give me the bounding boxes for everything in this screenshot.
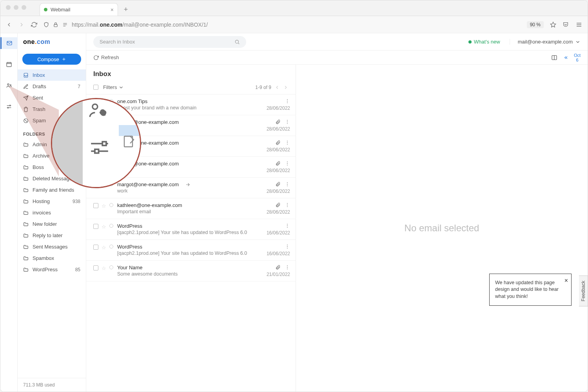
svg-point-15 — [287, 123, 288, 124]
folder-spambox[interactable]: Spambox — [18, 252, 86, 264]
unread-icon[interactable] — [109, 265, 113, 269]
msg-menu[interactable] — [285, 181, 290, 187]
folder-sent[interactable]: Sent — [18, 92, 86, 103]
msg-subject: work — [117, 188, 255, 194]
msg-subject: [qacph2.1prod.one] Your site has updated… — [117, 230, 255, 235]
rail-mail[interactable] — [0, 37, 18, 49]
svg-point-23 — [287, 184, 288, 185]
menu-icon[interactable] — [576, 22, 582, 28]
tab-close-icon[interactable]: × — [111, 7, 114, 13]
list-title: Inbox — [93, 70, 289, 78]
window-minimize[interactable] — [14, 5, 18, 10]
svg-point-25 — [287, 203, 288, 204]
folder-new-folder[interactable]: New folder — [18, 218, 86, 230]
msg-menu[interactable] — [285, 265, 290, 270]
folder-hosting[interactable]: Hosting938 — [18, 196, 86, 207]
attachment-icon — [275, 140, 281, 145]
account-menu[interactable]: mail@one-example.com — [510, 39, 581, 45]
unread-icon[interactable] — [109, 245, 113, 249]
address-bar[interactable]: https://mail.one.com/mail@one-example.co… — [44, 22, 521, 28]
search-input[interactable]: Search in Inbox — [93, 36, 246, 48]
msg-menu[interactable] — [285, 244, 290, 249]
msg-menu[interactable] — [285, 140, 290, 145]
bookmark-icon[interactable] — [550, 22, 556, 28]
folder-sent-messages[interactable]: Sent Messages — [18, 241, 86, 252]
rail-calendar[interactable] — [0, 58, 18, 70]
shield-icon — [44, 22, 49, 27]
rail-contacts[interactable] — [0, 80, 18, 91]
msg-checkbox[interactable] — [93, 224, 98, 229]
attachment-icon — [275, 161, 281, 166]
message-row[interactable]: ☆Your NameSome awesome documents21/01/20… — [86, 261, 296, 281]
message-row[interactable]: ☆kathleen@one-example.comImportant email… — [86, 198, 296, 219]
svg-point-19 — [287, 162, 288, 162]
reload-button[interactable] — [31, 22, 37, 28]
svg-point-11 — [287, 101, 288, 102]
chevron-down-icon — [575, 39, 581, 45]
attachment-icon — [275, 181, 281, 187]
feedback-close[interactable]: × — [564, 276, 568, 285]
msg-menu[interactable] — [285, 98, 290, 104]
svg-point-21 — [287, 165, 288, 165]
svg-point-22 — [287, 182, 288, 183]
app-header: Search in Inbox What's new mail@one-exam… — [86, 33, 588, 51]
date-pill[interactable]: Oct6 — [574, 53, 581, 62]
browser-tab[interactable]: Webmail × — [40, 3, 118, 16]
folder-reply-to-later[interactable]: Reply to later — [18, 230, 86, 241]
attachment-icon — [275, 202, 281, 208]
svg-rect-42 — [95, 149, 99, 153]
window-maximize[interactable] — [22, 5, 26, 10]
list-toolbar: Refresh Oct6 — [86, 51, 588, 65]
whats-new-link[interactable]: What's new — [468, 39, 500, 45]
pocket-icon[interactable] — [563, 22, 569, 28]
pager-prev[interactable] — [274, 85, 280, 90]
folder-wordpress[interactable]: WordPress85 — [18, 264, 86, 275]
window-close[interactable] — [6, 5, 11, 10]
star-icon[interactable]: ☆ — [102, 265, 106, 271]
msg-checkbox[interactable] — [93, 265, 98, 270]
forward-icon — [185, 182, 191, 187]
star-icon[interactable]: ☆ — [102, 224, 106, 230]
filters-dropdown[interactable]: Filters — [103, 84, 124, 90]
permissions-icon — [62, 22, 68, 27]
msg-menu[interactable] — [285, 202, 290, 208]
msg-menu[interactable] — [285, 161, 290, 166]
forward-button[interactable] — [18, 22, 25, 28]
star-icon[interactable]: ☆ — [102, 203, 106, 209]
svg-rect-0 — [54, 24, 57, 27]
refresh-button[interactable]: Refresh — [93, 54, 119, 60]
folder-invoices[interactable]: invoices — [18, 207, 86, 218]
folder-drafts[interactable]: Drafts7 — [18, 81, 86, 92]
feedback-tab[interactable]: Feedback — [579, 276, 588, 307]
svg-point-34 — [287, 265, 288, 266]
svg-point-32 — [287, 246, 288, 247]
msg-checkbox[interactable] — [93, 203, 98, 208]
msg-menu[interactable] — [285, 119, 290, 125]
message-row[interactable]: ☆WordPress[qacph2.1prod.one] Your site h… — [86, 219, 296, 240]
folder-family-and-friends[interactable]: Family and friends — [18, 184, 86, 196]
unread-icon[interactable] — [109, 224, 113, 228]
chevron-down-icon — [118, 85, 124, 90]
new-tab-button[interactable]: + — [120, 4, 131, 15]
pager-next[interactable] — [283, 85, 289, 90]
search-placeholder: Search in Inbox — [100, 39, 135, 45]
msg-menu[interactable] — [285, 223, 290, 229]
nav-rail — [0, 33, 18, 392]
magnifier-callout: @ — [51, 98, 141, 188]
compose-button[interactable]: Compose — [22, 54, 81, 65]
svg-point-38 — [93, 104, 98, 109]
star-icon[interactable]: ☆ — [102, 245, 106, 250]
rail-settings[interactable] — [0, 101, 18, 113]
layout-toggle-icon[interactable] — [551, 54, 557, 61]
select-all-checkbox[interactable] — [93, 85, 98, 90]
folder-inbox[interactable]: Inbox — [18, 69, 86, 81]
zoom-badge[interactable]: 90 % — [527, 21, 544, 28]
msg-sender: one.com Tips — [117, 98, 255, 104]
message-row[interactable]: ☆WordPress[qacph2.1prod.one] Your site h… — [86, 240, 296, 261]
svg-rect-41 — [102, 142, 106, 146]
unread-icon[interactable] — [109, 203, 113, 207]
msg-checkbox[interactable] — [93, 245, 98, 250]
collapse-icon[interactable] — [563, 55, 568, 60]
attachment-icon — [275, 265, 281, 270]
back-button[interactable] — [6, 22, 12, 28]
